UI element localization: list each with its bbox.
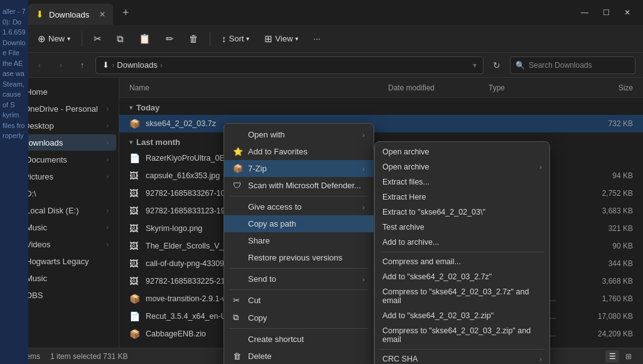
file-size: 90 KB [576, 242, 633, 250]
ctx-add-to-archive[interactable]: Add to archive... [375, 235, 549, 250]
sidebar-item-label: Desktop [24, 121, 54, 131]
view-list-button[interactable]: ☰ [605, 350, 619, 363]
up-button[interactable]: ↑ [74, 57, 90, 73]
ctx-cut-icon: ✂ [233, 296, 243, 305]
sidebar-item-label: OBS [26, 291, 43, 300]
ctx-send-arrow: › [362, 276, 365, 283]
file-icon-zip: 📦 [129, 294, 142, 304]
view-details-button[interactable]: ⊞ [622, 350, 635, 363]
tab-download-icon: ⬇ [36, 9, 44, 20]
ctx-scan-icon: 🛡 [233, 181, 243, 190]
ctx-crc-sha[interactable]: CRC SHA › [375, 351, 549, 364]
maximize-button[interactable]: ☐ [597, 5, 615, 20]
sidebar-item-label: Videos [26, 240, 51, 249]
ctx-create-shortcut[interactable]: Create shortcut [224, 331, 374, 348]
expand-icon: › [107, 105, 109, 112]
address-bar: ‹ › ↑ ⬇ › Downloads › ▾ ↻ 🔍 Search Downl… [0, 53, 643, 78]
new-tab-button[interactable]: + [117, 4, 134, 21]
ctx-extract-here[interactable]: Extract Here [375, 190, 549, 205]
add-zip-label: Add to "skse64_2_02_03_2.zip" [382, 311, 494, 320]
ctx-copy-path[interactable]: Copy as path [224, 215, 374, 232]
open-archive-2-label: Open archive [382, 163, 429, 171]
section-lastmonth-label: Last month [136, 137, 180, 147]
view-dropdown-arrow: ▾ [295, 35, 298, 42]
view-icon: ⊞ [264, 33, 273, 45]
delete-button[interactable]: 🗑 [183, 30, 205, 47]
ctx-restore-versions[interactable]: Restore previous versions [224, 249, 374, 266]
ctx-compress-7z-email[interactable]: Compress to "skse64_2_02_03_2.7z" and em… [375, 284, 549, 308]
rename-button[interactable]: ✏ [159, 30, 180, 48]
expand-icon: › [107, 122, 109, 129]
more-button[interactable]: ··· [307, 31, 327, 46]
search-placeholder: Search Downloads [529, 61, 592, 70]
file-size: 2,752 KB [576, 189, 633, 198]
close-tab-button[interactable]: ✕ [99, 10, 105, 19]
expand-icon: › [107, 224, 109, 231]
breadcrumb-dropdown-arrow[interactable]: ▾ [473, 61, 477, 70]
extract-files-label: Extract files... [382, 178, 430, 186]
ctx-compress-zip-email[interactable]: Compress to "skse64_2_02_03_2.zip" and e… [375, 323, 549, 347]
cut-button[interactable]: ✂ [87, 30, 108, 48]
active-tab[interactable]: ⬇ Downloads ✕ [28, 4, 113, 25]
ctx-add-7z[interactable]: Add to "skse64_2_02_03_2.7z" [375, 269, 549, 284]
toolbar-sep-1 [82, 31, 82, 46]
ctx-add-favorites[interactable]: ⭐ Add to Favorites [224, 143, 374, 160]
view-label: View [275, 34, 293, 43]
sort-label: Sort [229, 34, 244, 43]
sidebar-item-label: Documents [26, 155, 67, 164]
minimize-button[interactable]: — [575, 5, 594, 20]
ctx-7zip-arrow: › [362, 165, 365, 173]
sidebar-item-label: Home [26, 87, 48, 97]
copy-button[interactable]: ⧉ [111, 30, 130, 48]
ctx-scan-defender[interactable]: 🛡 Scan with Microsoft Defender... [224, 177, 374, 194]
view-button[interactable]: ⊞ View ▾ [258, 30, 305, 48]
open-archive-1-label: Open archive [382, 147, 429, 156]
col-header-type: Type [489, 83, 576, 92]
breadcrumb-icon: ⬇ [102, 60, 109, 70]
back-button[interactable]: ‹ [31, 57, 48, 73]
file-row-skse[interactable]: 📦 skse64_2_02_03.7z 732 KB [119, 115, 643, 132]
breadcrumb[interactable]: ⬇ › Downloads › ▾ [95, 56, 484, 74]
file-size: 94 KB [576, 171, 633, 180]
ctx-open-archive-2[interactable]: Open archive › [375, 159, 549, 174]
add-7z-label: Add to "skse64_2_02_03_2.7z" [382, 272, 492, 281]
section-chevron-lastmonth: ▾ [129, 139, 132, 146]
ctx-7zip[interactable]: 📦 7-Zip › [224, 160, 374, 177]
compress-zip-email-label: Compress to "skse64_2_02_03_2.zip" and e… [382, 326, 542, 344]
ctx-open-with[interactable]: Open with › [224, 126, 374, 143]
ctx-share[interactable]: Share [224, 232, 374, 249]
ctx-extract-to[interactable]: Extract to "skse64_2_02_03\" [375, 205, 549, 220]
ctx-send-to[interactable]: Send to › [224, 270, 374, 287]
ctx-7zip-icon: 📦 [233, 164, 243, 173]
sidebar-item-label: Hogwarts Legacy [26, 257, 89, 266]
ctx-extract-files[interactable]: Extract files... [375, 174, 549, 190]
ctx-favorites-icon: ⭐ [233, 147, 243, 156]
new-button[interactable]: ⊕ New ▾ [31, 30, 77, 48]
ctx-compress-email[interactable]: Compress and email... [375, 254, 549, 269]
close-window-button[interactable]: ✕ [618, 5, 637, 20]
file-icon-img: 🖼 [129, 206, 142, 216]
forward-button[interactable]: › [53, 57, 69, 73]
ctx-delete[interactable]: 🗑 Delete [224, 348, 374, 364]
ctx-copy-path-label: Copy as path [248, 219, 296, 228]
file-icon-img: 🖼 [129, 241, 142, 251]
ctx-test-archive[interactable]: Test archive [375, 220, 549, 235]
file-icon-img: 🖼 [129, 259, 142, 269]
more-label: ··· [313, 34, 320, 43]
toolbar-sep-2 [210, 31, 210, 46]
search-box[interactable]: 🔍 Search Downloads [510, 56, 635, 74]
sidebar-item-label: Music [26, 274, 47, 283]
ctx-copy-item[interactable]: ⧉ Copy [224, 309, 374, 326]
ctx-give-access[interactable]: Give access to › [224, 198, 374, 215]
ctx-cut[interactable]: ✂ Cut [224, 292, 374, 309]
ctx-open-archive-1[interactable]: Open archive [375, 144, 549, 159]
paste-button[interactable]: 📋 [132, 30, 157, 48]
sidebar-item-label: OneDrive - Personal [24, 104, 98, 114]
ctx-open-with-label: Open with [248, 130, 285, 139]
sort-button[interactable]: ↕ Sort ▾ [215, 30, 256, 47]
sort-icon: ↕ [222, 33, 227, 44]
ctx-add-zip[interactable]: Add to "skse64_2_02_03_2.zip" [375, 308, 549, 323]
ctx-give-access-arrow: › [362, 203, 365, 211]
file-icon-img: 🖼 [129, 223, 142, 233]
refresh-button[interactable]: ↻ [489, 57, 505, 73]
